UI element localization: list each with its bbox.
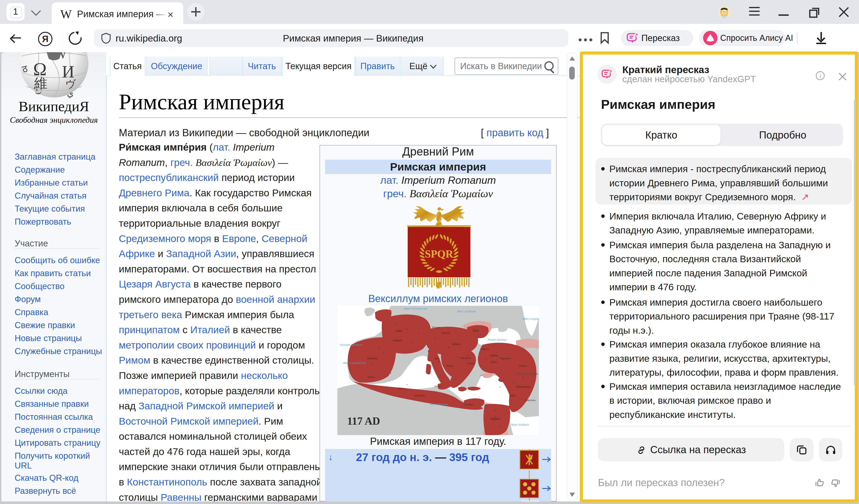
svg-text:SPQR: SPQR xyxy=(425,248,453,260)
svg-text:Mesopotamia: Mesopotamia xyxy=(516,385,530,388)
svg-text:ヴ: ヴ xyxy=(65,78,76,90)
svg-text:Galatia: Galatia xyxy=(490,354,498,357)
svg-text:ي: ي xyxy=(67,89,74,98)
svg-text:Judaea: Judaea xyxy=(509,394,516,397)
svg-text:Oceanus Atlanticus: Oceanus Atlanticus xyxy=(340,343,363,347)
svg-text:Dacia: Dacia xyxy=(472,329,479,332)
svg-text:Cappadocia: Cappadocia xyxy=(500,357,511,360)
svg-text:Achaia: Achaia xyxy=(447,365,453,367)
svg-text:Thracia: Thracia xyxy=(467,362,474,365)
svg-text:Dalmatia: Dalmatia xyxy=(452,343,461,345)
svg-text:Hispania: Hispania xyxy=(367,357,377,360)
svg-text:Baetica: Baetica xyxy=(367,376,375,378)
svg-text:Mare Internum: Mare Internum xyxy=(430,402,448,406)
svg-text:Noricum: Noricum xyxy=(432,326,440,329)
svg-text:Pontus Euxinus: Pontus Euxinus xyxy=(487,338,507,341)
svg-text:Gallia: Gallia xyxy=(395,329,402,333)
svg-text:Bithyria: Bithyria xyxy=(481,348,489,350)
svg-text:Cilicia: Cilicia xyxy=(491,361,497,363)
svg-text:Armenia: Armenia xyxy=(519,365,527,367)
svg-text:Italia: Italia xyxy=(435,357,440,360)
svg-text:Babylonia: Babylonia xyxy=(526,399,536,401)
svg-text:Mare Caspium: Mare Caspium xyxy=(522,317,539,320)
svg-text:Africa: Africa xyxy=(398,386,406,390)
svg-text:ව: ව xyxy=(35,86,42,96)
svg-text:Pannonia: Pannonia xyxy=(441,332,450,334)
svg-text:Aquitania: Aquitania xyxy=(393,339,402,341)
svg-text:117 AD: 117 AD xyxy=(347,415,380,427)
svg-text:Mare Suebicum: Mare Suebicum xyxy=(457,309,476,313)
svg-text:Sicilia: Sicilia xyxy=(434,385,440,387)
svg-text:Cyrenaica: Cyrenaica xyxy=(464,403,473,406)
svg-text:Mare Cantabricum: Mare Cantabricum xyxy=(343,361,366,365)
svg-text:Tripolitania: Tripolitania xyxy=(414,394,425,397)
svg-text:Macedonia: Macedonia xyxy=(461,357,471,359)
svg-text:Mare Germanicum: Mare Germanicum xyxy=(404,307,427,310)
svg-text:Parthian Empire: Parthian Empire xyxy=(516,372,538,376)
svg-text:Sinus Arabicus: Sinus Arabicus xyxy=(511,423,529,426)
